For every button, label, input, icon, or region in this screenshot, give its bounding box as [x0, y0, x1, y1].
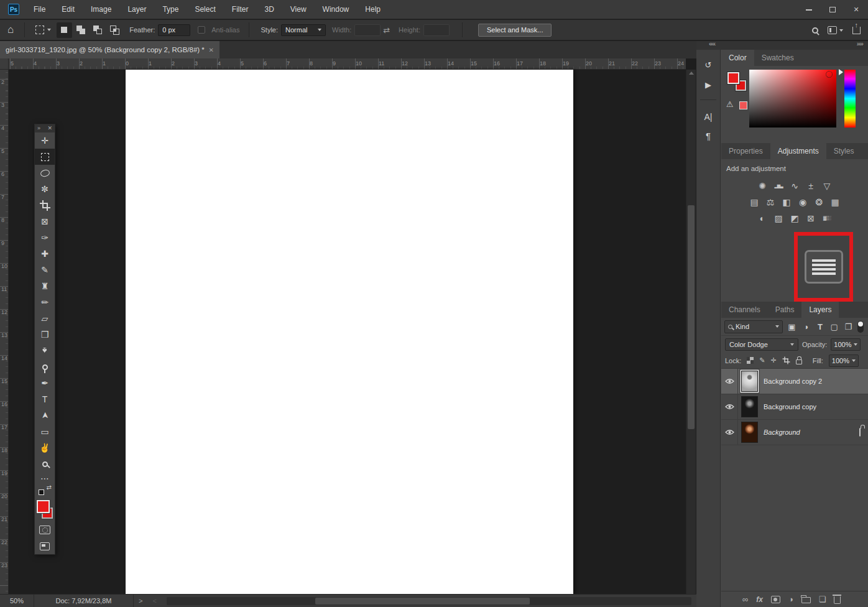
intersect-selection-button[interactable] — [107, 22, 122, 38]
subtract-from-selection-button[interactable] — [90, 22, 106, 38]
lock-position-icon[interactable]: ✛ — [771, 356, 777, 364]
horizontal-scrollbar-thumb[interactable] — [315, 598, 530, 605]
quick-mask-mode[interactable] — [35, 522, 55, 538]
filter-kind-select[interactable]: Kind — [724, 320, 783, 333]
color-picker-ring[interactable] — [826, 71, 833, 78]
new-adjustment-layer-icon[interactable]: ◑ — [788, 595, 793, 604]
menu-edit[interactable]: Edit — [53, 0, 83, 19]
link-layers-icon[interactable]: ∞ — [742, 595, 748, 604]
threshold-icon[interactable]: ◩ — [790, 213, 800, 223]
photo-filter-icon[interactable]: ◉ — [798, 197, 808, 207]
zoom-tool[interactable] — [35, 456, 55, 472]
maximize-button[interactable] — [821, 0, 844, 19]
layer-visibility-toggle[interactable] — [721, 394, 738, 419]
foreground-color-swatch[interactable] — [727, 72, 739, 84]
filter-type-layers-icon[interactable]: T — [815, 322, 825, 331]
tool-preset-picker[interactable] — [35, 25, 51, 34]
crop-tool[interactable] — [35, 197, 55, 213]
brush-tool[interactable]: ✎ — [35, 262, 55, 278]
vertical-ruler[interactable]: 234567891011121314151617181920212223 — [0, 70, 9, 594]
collapse-panels-icon[interactable]: «« — [709, 40, 715, 47]
layer-name[interactable]: Background copy 2 — [764, 378, 822, 385]
menu-view[interactable]: View — [282, 0, 315, 19]
paint-bucket-tool[interactable]: ❒ — [35, 327, 55, 343]
minimize-button[interactable] — [797, 0, 821, 19]
layer-row[interactable]: Background copy — [721, 394, 868, 420]
history-panel-icon[interactable]: ↺ — [696, 57, 720, 72]
toolbar-close-icon[interactable]: ✕ — [47, 124, 52, 132]
pen-tool[interactable]: ✒ — [35, 375, 55, 391]
rectangular-marquee-tool[interactable] — [35, 149, 55, 165]
selective-color-icon[interactable]: ⊠ — [806, 213, 816, 223]
tab-paths[interactable]: Paths — [768, 302, 802, 318]
tab-close-icon[interactable]: ✕ — [209, 47, 214, 53]
edit-toolbar[interactable]: ⋯ — [35, 472, 55, 484]
menu-3d[interactable]: 3D — [256, 0, 282, 19]
horizontal-scrollbar[interactable] — [167, 597, 691, 605]
lasso-tool[interactable] — [35, 165, 55, 181]
layer-filtering-toggle[interactable] — [857, 321, 864, 333]
type-tool[interactable]: T — [35, 391, 55, 407]
layer-visibility-toggle[interactable] — [721, 420, 738, 445]
lock-artboard-icon[interactable] — [782, 356, 790, 364]
canvas-pasteboard[interactable] — [9, 70, 686, 594]
scroll-left-icon[interactable]: < — [147, 597, 161, 605]
filter-smart-objects-icon[interactable]: ❐ — [843, 322, 853, 331]
gamut-warning-icon[interactable]: ⚠ — [726, 100, 734, 109]
new-layer-icon[interactable]: ❏ — [819, 595, 826, 604]
dodge-tool[interactable] — [35, 359, 55, 375]
actions-panel-icon[interactable]: ▶ — [696, 77, 720, 92]
menu-image[interactable]: Image — [83, 0, 119, 19]
paragraph-panel-icon[interactable]: ¶ — [696, 128, 720, 143]
color-lookup-icon[interactable]: ▦ — [830, 197, 841, 207]
search-icon[interactable] — [812, 27, 818, 34]
swap-dimensions-icon[interactable]: ⇄ — [383, 25, 390, 35]
fill-select[interactable]: 100% — [829, 354, 859, 367]
new-group-icon[interactable] — [801, 595, 811, 603]
vertical-scrollbar-thumb[interactable] — [688, 205, 695, 429]
height-input[interactable] — [423, 24, 450, 36]
frame-tool[interactable]: ⊠ — [35, 213, 55, 229]
layer-row[interactable]: Background copy 2 — [721, 369, 868, 394]
gamut-color-chip[interactable] — [739, 101, 747, 109]
toolbar-collapse-icon[interactable]: » — [37, 124, 40, 132]
layer-row[interactable]: Background — [721, 420, 868, 445]
menu-layer[interactable]: Layer — [119, 0, 154, 19]
ruler-origin-box[interactable] — [0, 58, 9, 70]
menu-type[interactable]: Type — [154, 0, 187, 19]
layer-visibility-toggle[interactable] — [721, 369, 738, 394]
document-tab[interactable]: girl-3033718_1920.jpg @ 50% (Background … — [0, 41, 219, 58]
gradient-map-icon[interactable]: ▓▒░ — [822, 213, 833, 223]
tab-swatches[interactable]: Swatches — [754, 50, 801, 66]
vertical-scrollbar[interactable] — [686, 70, 696, 594]
scroll-up-icon[interactable] — [689, 72, 694, 75]
zoom-level[interactable]: 50% — [0, 595, 34, 607]
anti-alias-checkbox[interactable] — [198, 26, 205, 34]
new-selection-button[interactable] — [57, 22, 72, 38]
tab-styles[interactable]: Styles — [826, 143, 862, 159]
layer-thumbnail[interactable] — [741, 422, 758, 443]
menu-window[interactable]: Window — [315, 0, 358, 19]
layer-style-icon[interactable]: fx — [756, 595, 763, 604]
character-panel-icon[interactable]: A| — [696, 109, 720, 124]
history-brush-tool[interactable]: ✏ — [35, 294, 55, 310]
saturation-brightness-field[interactable] — [749, 70, 836, 127]
style-select[interactable]: Normal — [281, 24, 326, 36]
blur-tool[interactable]: ♠ — [35, 343, 55, 359]
eyedropper-tool[interactable]: ✑ — [35, 229, 55, 246]
move-tool[interactable]: ✛ — [35, 132, 55, 149]
blend-mode-select[interactable]: Color Dodge — [725, 338, 798, 351]
magic-wand-tool[interactable]: ✼ — [35, 181, 55, 197]
exposure-icon[interactable]: ± — [806, 180, 816, 191]
close-button[interactable]: ✕ — [844, 0, 868, 19]
path-selection-tool[interactable]: ➤ — [35, 407, 55, 424]
vibrance-icon[interactable]: ▽ — [822, 180, 833, 191]
status-next-icon[interactable]: > — [134, 597, 147, 605]
menu-filter[interactable]: Filter — [224, 0, 257, 19]
document-canvas[interactable] — [126, 70, 573, 594]
opacity-select[interactable]: 100% — [831, 338, 861, 351]
expand-panels-icon[interactable]: »» — [857, 40, 863, 47]
lock-all-icon[interactable] — [796, 356, 802, 364]
hue-slider[interactable] — [844, 70, 856, 127]
curves-icon[interactable]: ∿ — [790, 180, 800, 191]
